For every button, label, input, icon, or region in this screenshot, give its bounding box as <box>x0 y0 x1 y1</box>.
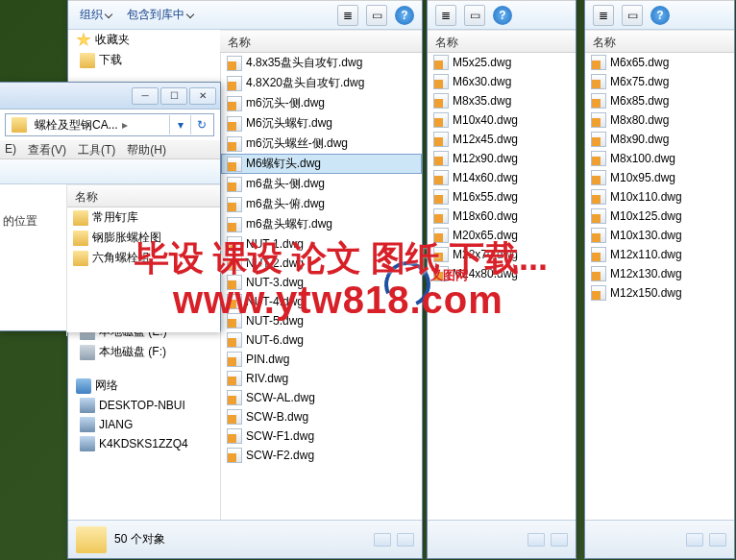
breadcrumb-segment[interactable]: 螺栓及型钢CA... <box>31 117 122 134</box>
minimize-button[interactable]: ─ <box>132 87 159 105</box>
column-header-name[interactable]: 名称 <box>67 184 220 207</box>
view-tiles-icon[interactable] <box>709 533 726 547</box>
file-item[interactable]: SCW-B.dwg <box>221 407 422 426</box>
tree-drive-f[interactable]: 本地磁盘 (F:) <box>68 342 220 362</box>
view-mode-button[interactable]: ≣ <box>337 5 358 26</box>
file-item[interactable]: NUT-3.dwg <box>221 273 422 292</box>
file-item[interactable]: NUT-4.dwg <box>221 292 422 311</box>
file-item[interactable]: RIV.dwg <box>221 369 422 388</box>
file-item[interactable]: M8x80.dwg <box>585 110 734 130</box>
view-mode-button[interactable]: ≣ <box>593 5 614 26</box>
help-icon[interactable]: ? <box>395 6 414 25</box>
file-item[interactable]: NUT-5.dwg <box>221 311 422 330</box>
view-tiles-icon[interactable] <box>551 533 568 547</box>
file-item[interactable]: NUT-6.dwg <box>221 330 422 350</box>
help-icon[interactable]: ? <box>650 6 670 25</box>
file-list-2[interactable]: M5x25.dwgM6x30.dwgM8x35.dwgM10x40.dwgM12… <box>428 53 576 520</box>
tree-network[interactable]: 网络 <box>68 376 220 396</box>
tree-pc1[interactable]: DESKTOP-NBUI <box>68 396 220 415</box>
file-item[interactable]: SCW-F1.dwg <box>221 426 422 446</box>
dwg-icon <box>591 170 606 185</box>
file-item[interactable]: 4.8X20盘头自攻钉.dwg <box>221 73 422 93</box>
file-item[interactable]: M6螺钉头.dwg <box>221 154 422 174</box>
view-mode-button[interactable]: ≣ <box>435 5 456 26</box>
file-item[interactable]: M12x90.dwg <box>428 149 576 168</box>
help-icon[interactable]: ? <box>493 6 512 25</box>
file-item[interactable]: M6x75.dwg <box>585 72 734 91</box>
file-item[interactable]: PIN.dwg <box>221 350 422 369</box>
file-name: M10x40.dwg <box>453 113 518 127</box>
file-item[interactable]: m6盘头-侧.dwg <box>221 174 422 194</box>
file-name: M10x130.dwg <box>610 229 682 242</box>
file-item[interactable]: M20x65.dwg <box>428 226 576 245</box>
tree-pc3[interactable]: K4KDSKS1ZZQ4 <box>68 434 220 453</box>
dropdown-button[interactable]: ▾ <box>169 115 190 134</box>
chevron-down-icon <box>105 10 112 17</box>
menu-view[interactable]: 查看(V) <box>28 142 66 157</box>
file-item[interactable]: M10x125.dwg <box>585 207 734 226</box>
close-button[interactable]: ✕ <box>189 87 216 105</box>
file-item[interactable]: 4.8x35盘头自攻钉.dwg <box>221 53 422 73</box>
pc-icon <box>80 417 95 432</box>
file-item[interactable]: M6沉头螺钉.dwg <box>221 113 422 134</box>
file-name: RIV.dwg <box>246 372 288 385</box>
file-list-main[interactable]: 4.8x35盘头自攻钉.dwg4.8X20盘头自攻钉.dwgm6沉头-侧.dwg… <box>220 53 422 520</box>
file-item[interactable]: M12x150.dwg <box>585 283 734 303</box>
folder-item[interactable]: 常用钉库 <box>67 207 220 228</box>
view-tiles-icon[interactable] <box>397 533 414 547</box>
file-item[interactable]: M12x130.dwg <box>585 264 734 283</box>
file-list-3[interactable]: M6x65.dwgM6x75.dwgM6x85.dwgM8x80.dwgM8x9… <box>585 53 734 520</box>
file-item[interactable]: M22x70.dwg <box>428 245 576 264</box>
view-details-icon[interactable] <box>527 533 545 547</box>
file-item[interactable]: M14x60.dwg <box>428 168 576 187</box>
file-item[interactable]: M10x40.dwg <box>428 110 576 130</box>
menu-help[interactable]: 帮助(H) <box>127 142 166 157</box>
organize-button[interactable]: 组织 <box>76 5 115 25</box>
file-item[interactable]: M8x35.dwg <box>428 91 576 110</box>
folder-item[interactable]: 六角螺栓组 <box>67 248 220 268</box>
preview-pane-button[interactable]: ▭ <box>464 5 485 26</box>
file-item[interactable]: M10x130.dwg <box>585 226 734 245</box>
file-item[interactable]: m6盘头-俯.dwg <box>221 194 422 214</box>
file-item[interactable]: SCW-F2.dwg <box>221 446 422 465</box>
file-item[interactable]: M5x25.dwg <box>428 53 576 72</box>
file-item[interactable]: m6沉头-侧.dwg <box>221 93 422 113</box>
menu-tools[interactable]: 工具(T) <box>78 142 115 157</box>
file-item[interactable]: M10x110.dwg <box>585 187 734 207</box>
menu-edit-letter[interactable]: E) <box>5 142 16 157</box>
title-bar[interactable]: ─ ☐ ✕ <box>0 83 220 110</box>
file-item[interactable]: NUT-1.dwg <box>221 234 422 254</box>
folder-list[interactable]: 常用钉库 钢膨胀螺栓图 六角螺栓组 <box>67 207 220 332</box>
file-item[interactable]: M8x100.dwg <box>585 149 734 168</box>
preview-pane-button[interactable]: ▭ <box>622 5 643 26</box>
column-header-name[interactable]: 名称 <box>428 30 576 53</box>
view-details-icon[interactable] <box>374 533 391 547</box>
file-item[interactable]: M16x55.dwg <box>428 187 576 207</box>
file-item[interactable]: M12x110.dwg <box>585 245 734 264</box>
folder-item[interactable]: 钢膨胀螺栓图 <box>67 228 220 248</box>
file-item[interactable]: M10x95.dwg <box>585 168 734 187</box>
refresh-button[interactable]: ↻ <box>190 115 211 134</box>
preview-pane-button[interactable]: ▭ <box>366 5 387 26</box>
view-details-icon[interactable] <box>686 533 703 547</box>
file-item[interactable]: M18x60.dwg <box>428 207 576 226</box>
column-header-name[interactable]: 名称 <box>585 30 734 53</box>
file-item[interactable]: M6x85.dwg <box>585 91 734 110</box>
address-bar[interactable]: 螺栓及型钢CA... ▸ ▾ ↻ <box>5 113 214 136</box>
file-item[interactable]: m6沉头螺丝-侧.dwg <box>221 134 422 154</box>
file-item[interactable]: M12x45.dwg <box>428 130 576 149</box>
file-item[interactable]: NUT-2.dwg <box>221 254 422 273</box>
file-item[interactable]: m6盘头螺钉.dwg <box>221 214 422 234</box>
tree-downloads[interactable]: 下载 <box>68 50 220 70</box>
column-header-name[interactable]: 名称 <box>220 30 422 53</box>
file-item[interactable]: M6x30.dwg <box>428 72 576 91</box>
file-item[interactable]: M6x65.dwg <box>585 53 734 72</box>
dwg-icon <box>227 116 242 132</box>
file-name: M22x70.dwg <box>453 248 518 261</box>
tree-pc2[interactable]: JIANG <box>68 415 220 434</box>
file-item[interactable]: SCW-AL.dwg <box>221 388 422 407</box>
file-item[interactable]: M8x90.dwg <box>585 130 734 149</box>
include-library-button[interactable]: 包含到库中 <box>123 5 197 25</box>
tree-favorites[interactable]: 收藏夹 <box>68 30 220 50</box>
maximize-button[interactable]: ☐ <box>160 87 187 105</box>
